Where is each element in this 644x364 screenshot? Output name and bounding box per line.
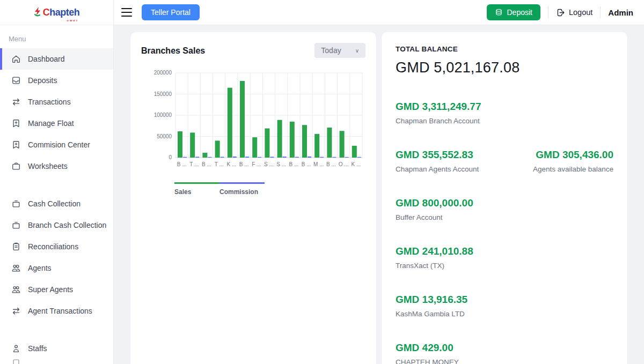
svg-text:B ...: B ... xyxy=(239,161,249,167)
total-balance-amount: GMD 5,021,167.08 xyxy=(396,60,613,76)
account-row: GMD 429.00 CHAPTEH MONEY xyxy=(396,342,613,364)
svg-text:O ...: O ... xyxy=(339,161,349,167)
account-chapman-agents: GMD 355,552.83 Chapman Agents Account xyxy=(396,149,479,173)
account-label: Buffer Account xyxy=(396,213,473,221)
svg-text:T ...: T ... xyxy=(189,161,199,167)
account-amount: GMD 355,552.83 xyxy=(396,149,479,161)
bookmark-plus-icon xyxy=(11,140,21,150)
sidebar-item-commision-center[interactable]: Commision Center xyxy=(0,134,113,155)
svg-text:150000: 150000 xyxy=(154,91,172,97)
total-balance-title: TOTAL BALANCE xyxy=(396,45,613,53)
account-label: CHAPTEH MONEY xyxy=(396,358,459,364)
account-label: Chapman Branch Account xyxy=(396,117,481,125)
account-label: TransXact (TX) xyxy=(396,262,473,270)
sidebar-item-agent-transactions[interactable]: Agent Transactions xyxy=(0,300,113,322)
account-kashma: GMD 13,916.35 KashMa Gambia LTD xyxy=(396,294,467,318)
brand-name: Chapteh xyxy=(43,7,80,18)
account-label: Agents available balance xyxy=(533,165,613,173)
svg-text:M ...: M ... xyxy=(313,161,324,167)
svg-text:100000: 100000 xyxy=(154,112,172,118)
svg-text:B ...: B ... xyxy=(202,161,211,167)
sidebar-item-label: Manage Float xyxy=(28,119,74,128)
commission-legend-label: Commission xyxy=(219,188,265,196)
svg-text:S ...: S ... xyxy=(264,161,274,167)
sidebar-item-transactions[interactable]: Transactions xyxy=(0,91,113,113)
chart-legend: Sales Commission xyxy=(174,182,365,196)
chevron-down-icon: ∨ xyxy=(355,48,359,54)
sidebar-item-label: Deposits xyxy=(28,76,57,85)
sidebar-item-deposits[interactable]: Deposits xyxy=(0,70,113,91)
svg-text:B ...: B ... xyxy=(289,161,299,167)
logout-button[interactable]: Logout xyxy=(556,8,592,17)
deposit-button[interactable]: Deposit xyxy=(487,4,540,20)
account-agents-available: GMD 305,436.00 Agents available balance xyxy=(533,149,613,173)
svg-text:S ...: S ... xyxy=(276,161,286,167)
account-amount: GMD 13,916.35 xyxy=(396,294,467,306)
svg-text:F ...: F ... xyxy=(252,161,261,167)
account-amount: GMD 429.00 xyxy=(396,342,459,354)
account-amount: GMD 305,436.00 xyxy=(533,149,613,161)
sidebar-item-label: Dashboard xyxy=(28,55,65,63)
sidebar-item-label: Branch Cash Collection xyxy=(28,221,106,229)
total-balance-card: TOTAL BALANCE GMD 5,021,167.08 GMD 3,311… xyxy=(382,32,627,364)
account-chapteh-money: GMD 429.00 CHAPTEH MONEY xyxy=(396,342,459,364)
main-content: Branches Sales Today ∨ 05000010000015000… xyxy=(114,25,644,364)
teller-portal-button[interactable]: Teller Portal xyxy=(142,4,200,20)
divider xyxy=(600,6,601,18)
deposit-button-label: Deposit xyxy=(507,8,532,17)
account-row: GMD 3,311,249.77 Chapman Branch Account xyxy=(396,101,613,125)
accounts-list: GMD 3,311,249.77 Chapman Branch Account … xyxy=(396,101,613,364)
clipboard-icon xyxy=(11,242,21,252)
range-select-value: Today xyxy=(321,46,341,55)
cash-box-icon xyxy=(11,199,21,209)
brand: Chapteh ower xyxy=(34,6,80,19)
brand-tagline: ower xyxy=(67,19,78,22)
sidebar-item-staffs[interactable]: Staffs xyxy=(0,338,113,359)
sidebar-item-agents[interactable]: Agents xyxy=(0,257,113,279)
sidebar-item-label: Staffs xyxy=(28,344,47,353)
svg-text:T ...: T ... xyxy=(215,161,224,167)
chart-title: Branches Sales xyxy=(141,43,205,56)
sidebar-item-label: Worksheets xyxy=(28,162,68,170)
transfer-icon xyxy=(11,97,21,107)
branches-sales-chart: 050000100000150000200000B ...T ...B ...T… xyxy=(141,66,365,175)
sidebar-item-label: Agent Transactions xyxy=(28,307,92,315)
legend-item-sales[interactable]: Sales xyxy=(174,182,219,196)
commission-legend-swatch xyxy=(219,182,265,184)
sidebar-item-cash-collection[interactable]: Cash Collection xyxy=(0,193,113,214)
account-transxact: GMD 241,010.88 TransXact (TX) xyxy=(396,246,473,270)
account-row: GMD 13,916.35 KashMa Gambia LTD xyxy=(396,294,613,318)
sidebar-item-partial[interactable] xyxy=(0,359,113,364)
sidebar: Chapteh ower Menu Dashboard Deposits xyxy=(0,0,114,364)
sidebar-item-super-agents[interactable]: Super Agents xyxy=(0,279,113,300)
account-label: KashMa Gambia LTD xyxy=(396,310,467,318)
range-select[interactable]: Today ∨ xyxy=(314,43,365,58)
sales-legend-label: Sales xyxy=(174,188,219,196)
account-row: GMD 241,010.88 TransXact (TX) xyxy=(396,246,613,270)
sidebar-item-worksheets[interactable]: Worksheets xyxy=(0,155,113,177)
account-amount: GMD 3,311,249.77 xyxy=(396,101,481,113)
legend-item-commission[interactable]: Commission xyxy=(219,182,265,196)
svg-text:K ...: K ... xyxy=(227,161,237,167)
account-label: Chapman Agents Account xyxy=(396,165,479,173)
sidebar-item-dashboard[interactable]: Dashboard xyxy=(0,48,113,70)
sales-legend-swatch xyxy=(174,182,219,184)
sidebar-nav: Dashboard Deposits Transactions xyxy=(0,48,113,364)
brand-logo[interactable]: Chapteh ower xyxy=(0,0,113,25)
sidebar-item-reconciliations[interactable]: Reconciliations xyxy=(0,236,113,257)
svg-text:B ...: B ... xyxy=(302,161,311,167)
hamburger-menu-icon[interactable] xyxy=(121,8,132,17)
svg-text:200000: 200000 xyxy=(154,70,172,76)
sidebar-item-label: Commision Center xyxy=(28,140,90,149)
briefcase-icon xyxy=(11,161,21,172)
sidebar-item-branch-cash-collection[interactable]: Branch Cash Collection xyxy=(0,214,113,236)
top-bar: Teller Portal Deposit Logout Ad xyxy=(114,0,644,25)
account-amount: GMD 241,010.88 xyxy=(396,246,473,257)
account-buffer: GMD 800,000.00 Buffer Account xyxy=(396,197,473,221)
transfer-icon xyxy=(11,306,21,316)
sidebar-item-label: Agents xyxy=(28,264,52,272)
cash-box-icon xyxy=(11,220,21,231)
svg-text:B ...: B ... xyxy=(177,161,187,167)
svg-text:K ...: K ... xyxy=(352,161,361,167)
sidebar-item-manage-float[interactable]: Manage Float xyxy=(0,113,113,134)
